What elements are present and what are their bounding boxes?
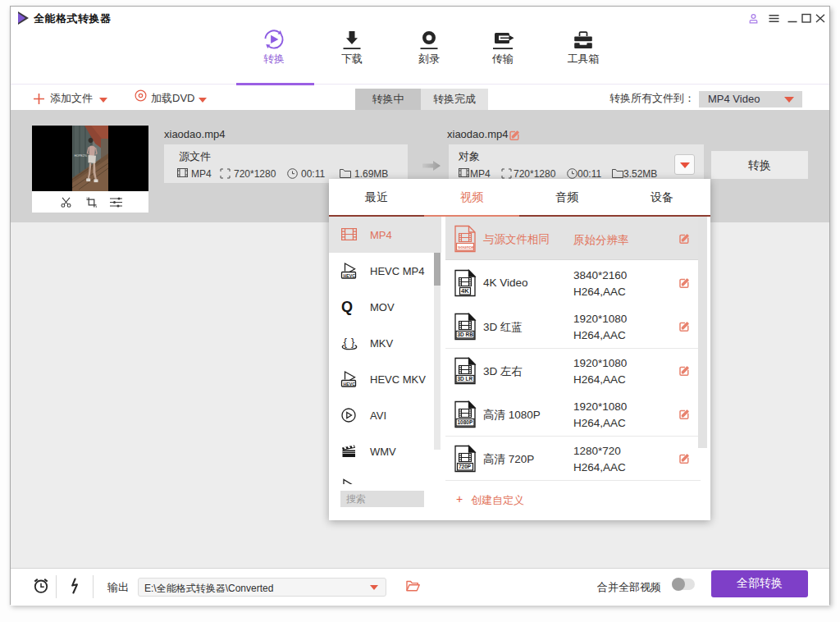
svg-text:source: source bbox=[458, 245, 474, 249]
svg-text:4K: 4K bbox=[461, 287, 469, 295]
svg-text:3D RB: 3D RB bbox=[458, 332, 474, 337]
svg-text:3D LR: 3D LR bbox=[458, 376, 473, 382]
svg-text:HOPE2%: HOPE2% bbox=[75, 154, 88, 158]
svg-text:720P: 720P bbox=[459, 464, 472, 469]
svg-text:1080P: 1080P bbox=[458, 419, 473, 425]
